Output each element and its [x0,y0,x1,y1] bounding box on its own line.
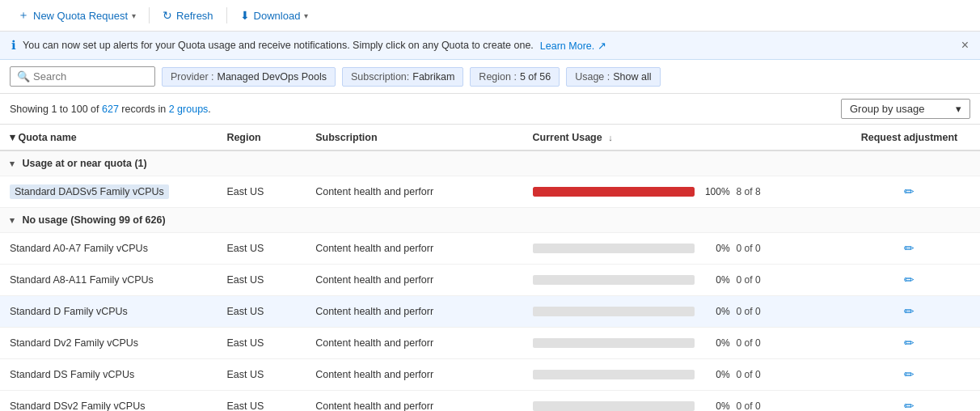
col-header-subscription[interactable]: Subscription [306,125,522,150]
usage-percentage: 100% [701,186,730,197]
cell-subscription: Content health and perforr [306,265,522,296]
usage-percentage: 0% [701,243,730,254]
cell-subscription: Content health and perforr [306,233,522,265]
edit-quota-button[interactable]: ✏ [901,366,918,383]
quota-name: Standard A0-A7 Family vCPUs [10,243,148,254]
learn-more-link[interactable]: Learn More. ↗ [540,40,606,52]
cell-usage: 0% 0 of 0 [523,265,838,296]
cell-request-adj: ✏ [838,233,980,265]
group-label: No usage (Showing 99 of 626) [22,214,165,226]
cell-subscription: Content health and perforr [306,328,522,359]
refresh-icon: ↻ [163,9,172,22]
table-row[interactable]: Standard A0-A7 Family vCPUs East US Cont… [0,233,980,265]
cell-subscription: Content health and perforr [306,296,522,328]
cell-name: Standard DADSv5 Family vCPUs [0,176,217,208]
usage-percentage: 0% [701,274,730,286]
edit-quota-button[interactable]: ✏ [901,303,918,320]
group-header-near-quota[interactable]: ▾ Usage at or near quota (1) [0,150,980,176]
search-box[interactable]: 🔍 [10,66,155,87]
edit-quota-button[interactable]: ✏ [901,334,918,352]
subscription-filter-chip[interactable]: Subscription: Fabrikam [342,67,463,87]
group-header-no-usage[interactable]: ▾ No usage (Showing 99 of 626) [0,208,980,233]
cell-request-adj: ✏ [838,359,980,391]
provider-filter-chip[interactable]: Provider : Managed DevOps Pools [162,67,336,87]
region-filter-chip[interactable]: Region : 5 of 56 [470,67,560,87]
new-quota-chevron-icon: ▾ [132,11,136,20]
cell-name: Standard A0-A7 Family vCPUs [0,233,217,265]
usage-count: 0 of 0 [737,274,769,286]
plus-icon: ＋ [18,8,29,23]
cell-region: East US [217,176,306,208]
table-row[interactable]: Standard DS Family vCPUs East US Content… [0,359,980,391]
table-header-row: ▾ Quota name Region Subscription Current… [0,125,980,150]
cell-region: East US [217,391,306,412]
usage-percentage: 0% [701,400,730,411]
table-row[interactable]: Standard A8-A11 Family vCPUs East US Con… [0,265,980,296]
quota-name: Standard A8-A11 Family vCPUs [10,274,154,286]
usage-count: 0 of 0 [737,337,769,349]
download-chevron-icon: ▾ [304,11,308,20]
collapse-all-icon: ▾ [10,132,15,143]
banner-message: You can now set up alerts for your Quota… [23,40,534,51]
cell-subscription: Content health and perforr [306,359,522,391]
col-header-region[interactable]: Region [217,125,306,150]
toolbar-divider-1 [149,7,150,23]
cell-request-adj: ✏ [838,328,980,359]
quota-name: Standard DSv2 Family vCPUs [10,400,145,411]
cell-usage: 100% 8 of 8 [523,176,838,208]
search-input[interactable] [33,70,138,83]
usage-bar-container [533,401,695,411]
table-row[interactable]: Standard DADSv5 Family vCPUs East US Con… [0,176,980,208]
table-row[interactable]: Standard Dv2 Family vCPUs East US Conten… [0,328,980,359]
col-header-request-adj: Request adjustment [838,125,980,150]
new-quota-button[interactable]: ＋ New Quota Request ▾ [10,5,144,26]
edit-quota-button[interactable]: ✏ [901,183,918,201]
cell-region: East US [217,296,306,328]
cell-name: Standard Dv2 Family vCPUs [0,328,217,359]
usage-bar-container [533,370,695,379]
cell-region: East US [217,265,306,296]
cell-name: Standard DSv2 Family vCPUs [0,391,217,412]
refresh-button[interactable]: ↻ Refresh [154,6,222,25]
sort-desc-icon: ↓ [608,133,613,142]
usage-count: 0 of 0 [737,243,769,254]
edit-quota-button[interactable]: ✏ [901,239,918,257]
cell-usage: 0% 0 of 0 [523,233,838,265]
usage-count: 8 of 8 [737,186,769,197]
cell-request-adj: ✏ [838,391,980,412]
usage-count: 0 of 0 [737,369,769,380]
cell-subscription: Content health and perforr [306,391,522,412]
table-container: ▾ Quota name Region Subscription Current… [0,125,980,411]
info-banner: ℹ You can now set up alerts for your Quo… [0,32,980,60]
usage-bar-container [533,307,695,316]
download-button[interactable]: ⬇ Download ▾ [232,6,317,25]
table-row[interactable]: Standard DSv2 Family vCPUs East US Conte… [0,391,980,412]
col-header-name[interactable]: ▾ Quota name [0,125,217,150]
quota-name-selected: Standard DADSv5 Family vCPUs [10,184,169,199]
cell-request-adj: ✏ [838,176,980,208]
col-header-current-usage[interactable]: Current Usage ↓ [523,125,838,150]
quota-table: ▾ Quota name Region Subscription Current… [0,125,980,411]
group-by-select[interactable]: Group by usage ▾ [841,99,970,119]
table-row[interactable]: Standard D Family vCPUs East US Content … [0,296,980,328]
usage-bar-container [533,187,695,197]
usage-bar-container [533,338,695,348]
usage-filter-chip[interactable]: Usage : Show all [566,67,660,87]
group-toggle-icon[interactable]: ▾ [10,215,15,225]
summary-text: Showing 1 to 100 of 627 records in 2 gro… [10,104,211,115]
banner-close-button[interactable]: × [961,38,969,53]
filter-bar: 🔍 Provider : Managed DevOps Pools Subscr… [0,60,980,94]
cell-usage: 0% 0 of 0 [523,359,838,391]
toolbar: ＋ New Quota Request ▾ ↻ Refresh ⬇ Downlo… [0,0,980,32]
cell-subscription: Content health and perforr [306,176,522,208]
group-by-chevron-icon: ▾ [956,103,961,115]
usage-count: 0 of 0 [737,306,769,317]
edit-quota-button[interactable]: ✏ [901,271,918,289]
cell-request-adj: ✏ [838,296,980,328]
usage-percentage: 0% [701,369,730,380]
cell-region: East US [217,328,306,359]
quota-name: Standard Dv2 Family vCPUs [10,337,138,349]
download-icon: ⬇ [240,9,250,22]
group-toggle-icon[interactable]: ▾ [10,159,15,168]
edit-quota-button[interactable]: ✏ [901,397,918,411]
